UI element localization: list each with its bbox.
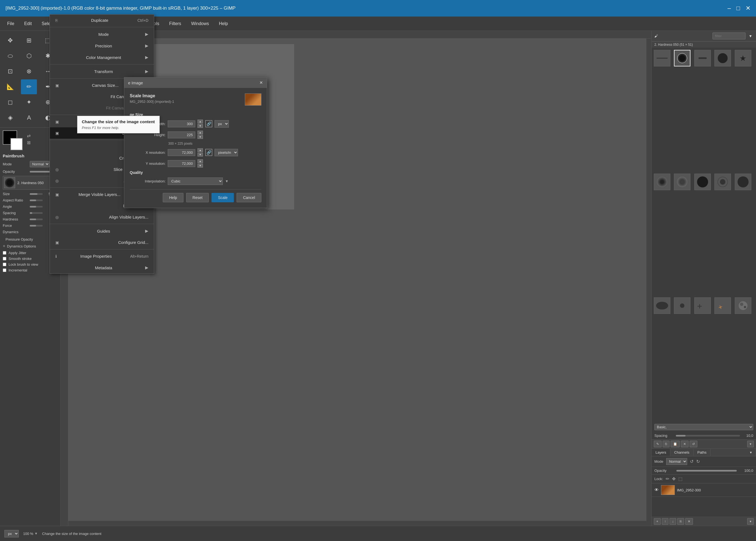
menu-item-color-management[interactable]: Color Management ▶ <box>50 52 154 63</box>
menu-item-guides[interactable]: Guides ▶ <box>50 225 154 237</box>
layer-add-btn[interactable]: + <box>654 518 661 525</box>
menu-item-precision[interactable]: Precision ▶ <box>50 40 154 52</box>
paintbrush-tool[interactable]: ✏ <box>21 79 37 94</box>
res-unit-select[interactable]: pixels/in <box>214 149 238 156</box>
scale-button[interactable]: Scale <box>211 193 234 202</box>
eraser-tool[interactable]: ◻ <box>2 95 18 110</box>
spacing-slider[interactable] <box>30 212 43 214</box>
horizontal-scrollbar[interactable] <box>68 521 651 526</box>
tab-paths[interactable]: Paths <box>693 449 710 456</box>
measure-tool[interactable]: 📐 <box>2 79 18 94</box>
v-res-down[interactable]: ▼ <box>197 164 203 168</box>
layer-row-1[interactable]: 👁 IMG_2952-300 <box>651 483 756 497</box>
height-down[interactable]: ▼ <box>197 135 203 139</box>
width-input[interactable] <box>168 121 195 127</box>
layer-copy-btn[interactable]: ⎘ <box>677 518 684 525</box>
menu-item-align-layers[interactable]: ◎ Align Visible Layers... <box>50 212 154 223</box>
free-select[interactable]: ⬡ <box>21 49 37 63</box>
layers-undo-icon[interactable]: ↺ <box>690 459 693 464</box>
lock-brush-label[interactable]: Lock brush to view <box>9 263 38 267</box>
force-slider[interactable] <box>30 225 43 227</box>
aspect-ratio-slider[interactable] <box>30 200 43 201</box>
scale-dialog-close[interactable]: ✕ <box>259 80 263 85</box>
brush-refresh-btn[interactable]: ↺ <box>690 441 697 447</box>
layers-bottom-menu[interactable]: ▾ <box>747 518 754 525</box>
brush-mode-select[interactable]: Basic, <box>654 424 753 430</box>
height-input[interactable] <box>168 132 195 138</box>
help-button[interactable]: Help <box>163 193 183 202</box>
menu-file[interactable]: File <box>3 19 19 28</box>
align-tool[interactable]: ⊞ <box>21 33 37 48</box>
close-button[interactable]: ✕ <box>746 5 750 12</box>
menu-windows[interactable]: Windows <box>187 19 213 28</box>
zoom-dropdown-icon[interactable]: ▼ <box>34 532 38 535</box>
chain-link-icon[interactable]: 🔗 <box>205 120 212 127</box>
brush-cell-2[interactable] <box>674 50 690 66</box>
hardness-slider[interactable] <box>30 219 43 220</box>
lock-brush-checkbox[interactable] <box>3 263 6 266</box>
move-tool[interactable]: ✥ <box>2 33 18 48</box>
menu-item-duplicate[interactable]: ⎘ Duplicate Ctrl+D <box>50 15 154 26</box>
brush-delete-btn[interactable]: ✕ <box>681 441 688 447</box>
v-resolution-input[interactable] <box>168 160 195 167</box>
brush-paste-btn[interactable]: 📋 <box>671 441 680 447</box>
incremental-label[interactable]: Incremental <box>9 268 27 272</box>
reset-button[interactable]: Reset <box>186 193 209 202</box>
incremental-checkbox[interactable] <box>3 269 6 272</box>
brush-cell-12[interactable] <box>674 297 690 314</box>
width-up[interactable]: ▲ <box>197 120 203 124</box>
swap-colors[interactable]: ⇄ <box>27 133 31 138</box>
h-res-up[interactable]: ▲ <box>197 148 203 152</box>
layers-mode-select[interactable]: Normal <box>666 458 687 465</box>
res-chain-icon[interactable]: 🔗 <box>205 149 212 156</box>
brushes-panel-expand[interactable]: ▾ <box>747 441 754 447</box>
brush-cell-8[interactable] <box>694 174 711 190</box>
brush-cell-6[interactable] <box>654 174 670 190</box>
width-down[interactable]: ▼ <box>197 124 203 128</box>
cancel-button[interactable]: Cancel <box>237 193 261 202</box>
brush-cell-11[interactable] <box>654 297 670 314</box>
angle-slider[interactable] <box>30 206 43 208</box>
brush-cell-1[interactable] <box>654 50 670 66</box>
interpolation-select[interactable]: Cubic Linear None NoHalo LoHalo <box>168 178 223 185</box>
lock-paint-icon[interactable]: ✏ <box>666 476 669 481</box>
h-res-down[interactable]: ▼ <box>197 153 203 157</box>
apply-jitter-label[interactable]: Apply Jitter <box>9 251 26 255</box>
layer-delete-btn[interactable]: ✕ <box>685 518 693 525</box>
brush-cell-7[interactable] <box>674 174 690 190</box>
background-color[interactable] <box>10 138 23 150</box>
transform-tool[interactable]: ⊗ <box>21 64 37 79</box>
layers-redo-icon[interactable]: ↻ <box>696 459 700 464</box>
minimize-button[interactable]: – <box>727 5 731 12</box>
layers-panel-menu[interactable]: ▾ <box>746 449 756 456</box>
unit-status-select[interactable]: px <box>4 530 19 537</box>
brush-spacing-slider[interactable] <box>676 435 740 436</box>
brush-cell-13[interactable]: + <box>694 297 711 314</box>
h-resolution-input[interactable] <box>168 149 195 156</box>
text-tool[interactable]: A <box>21 110 37 125</box>
reset-colors[interactable]: ⊠ <box>27 140 31 145</box>
menu-edit[interactable]: Edit <box>20 19 36 28</box>
heal-tool[interactable]: ◈ <box>2 110 18 125</box>
layer-raise-btn[interactable]: ↑ <box>662 518 668 525</box>
brushes-panel-menu[interactable]: ▾ <box>748 33 753 39</box>
brush-cell-5[interactable]: ★ <box>735 50 751 66</box>
brush-copy-btn[interactable]: ⎘ <box>663 441 669 447</box>
layers-opacity-slider[interactable] <box>676 470 737 472</box>
menu-item-image-properties[interactable]: ℹ Image Properties Alt+Return <box>50 251 154 262</box>
maximize-button[interactable]: □ <box>736 5 740 12</box>
menu-item-transform[interactable]: Transform ▶ <box>50 66 154 77</box>
size-slider[interactable] <box>30 193 43 195</box>
v-res-up[interactable]: ▲ <box>197 159 203 163</box>
smooth-stroke-label[interactable]: Smooth stroke <box>9 257 32 261</box>
height-up[interactable]: ▲ <box>197 131 203 135</box>
crop-tool[interactable]: ⊡ <box>2 64 18 79</box>
mode-select[interactable]: Normal <box>30 161 50 167</box>
tab-channels[interactable]: Channels <box>670 449 693 456</box>
menu-help[interactable]: Help <box>214 19 232 28</box>
brush-cell-9[interactable] <box>714 174 731 190</box>
brush-cell-15[interactable] <box>735 297 751 314</box>
apply-jitter-checkbox[interactable] <box>3 251 6 255</box>
ellipse-select[interactable]: ⬭ <box>2 49 18 63</box>
unit-select[interactable]: px <box>214 120 229 128</box>
